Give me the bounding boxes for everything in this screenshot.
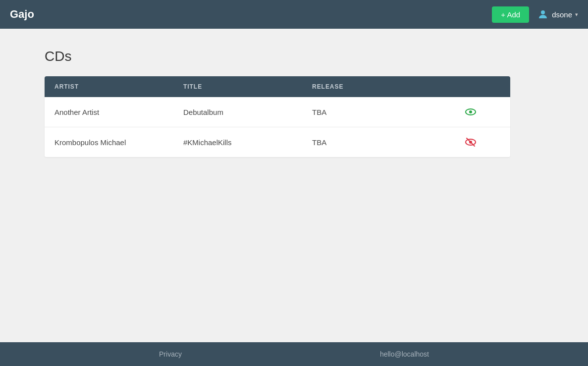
column-title: TITLE [183,83,312,90]
table-row[interactable]: Krombopulos Michael #KMichaelKills TBA [45,127,510,157]
visibility-icon[interactable] [441,136,500,148]
svg-point-0 [541,10,545,14]
cd-title: #KMichaelKills [183,138,312,147]
main-content: CDs ARTIST TITLE RELEASE Another Artist … [0,29,588,342]
column-actions [441,83,500,90]
column-release: RELEASE [312,83,441,90]
cd-table: ARTIST TITLE RELEASE Another Artist Debu… [45,76,510,157]
email-link[interactable]: hello@localhost [380,350,429,358]
page-title: CDs [45,49,543,64]
visibility-icon[interactable] [441,106,500,118]
column-artist: ARTIST [54,83,183,90]
eye-red-icon [465,136,477,148]
user-menu[interactable]: dsone ▾ [537,8,578,20]
privacy-link[interactable]: Privacy [159,350,182,358]
header: Gajo + Add dsone ▾ [0,0,588,29]
footer: Privacy hello@localhost [0,342,588,366]
artist-name: Krombopulos Michael [54,138,183,147]
table-header: ARTIST TITLE RELEASE [45,76,510,97]
user-icon [537,8,549,20]
header-right: + Add dsone ▾ [492,6,578,23]
logo[interactable]: Gajo [10,8,34,21]
table-row[interactable]: Another Artist Debutalbum TBA [45,97,510,127]
release-date: TBA [312,108,441,116]
username: dsone [552,10,572,19]
cd-title: Debutalbum [183,108,312,116]
add-button[interactable]: + Add [492,6,529,23]
svg-point-2 [469,110,472,113]
artist-name: Another Artist [54,108,183,116]
eye-green-icon [465,106,477,118]
chevron-down-icon: ▾ [575,11,578,18]
release-date: TBA [312,138,441,147]
